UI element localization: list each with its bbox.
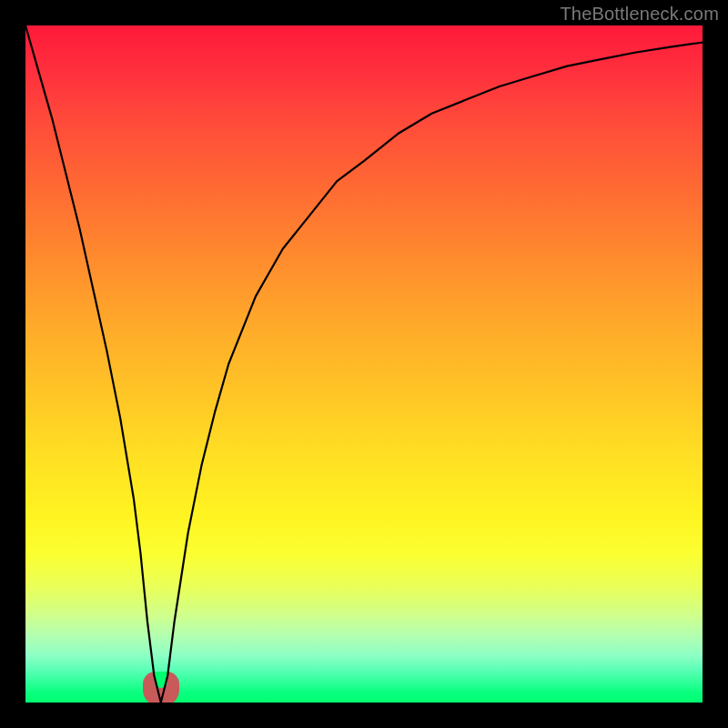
chart-frame: TheBottleneck.com bbox=[0, 0, 728, 728]
bottleneck-curve bbox=[25, 25, 703, 703]
plot-area bbox=[25, 25, 703, 703]
watermark-text: TheBottleneck.com bbox=[560, 4, 719, 25]
